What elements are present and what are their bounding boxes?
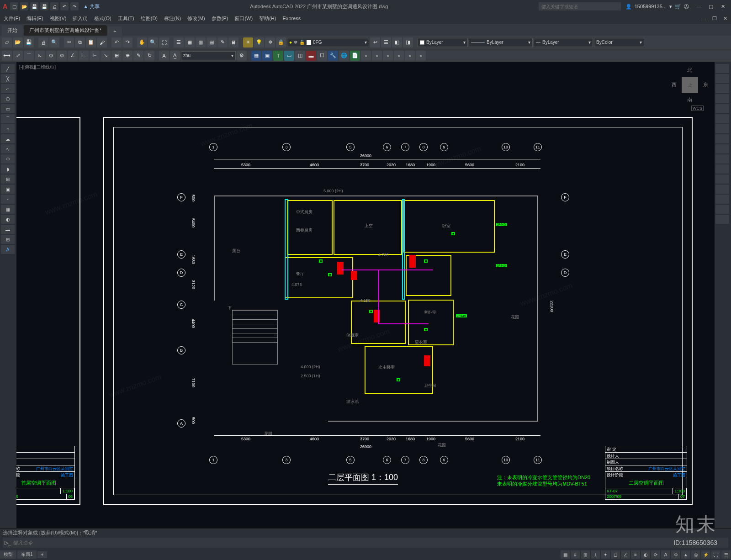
- lock-icon[interactable]: 🔒: [276, 37, 286, 48]
- express-block-button[interactable]: ▣: [262, 51, 272, 61]
- dimstyle-dropdown[interactable]: zhu▾: [181, 51, 236, 60]
- polar-toggle[interactable]: ✦: [601, 550, 610, 559]
- menu-file[interactable]: 文件(F): [4, 15, 20, 22]
- copy-obj-button[interactable]: [715, 74, 729, 83]
- circle-button[interactable]: ○: [1, 124, 15, 133]
- express-modify-button[interactable]: ▭: [284, 51, 294, 61]
- layer-prev-button[interactable]: ↩: [370, 37, 380, 48]
- dim-radius-button[interactable]: ⊙: [46, 51, 56, 61]
- ortho-toggle[interactable]: ⊥: [591, 550, 600, 559]
- doc-close-icon[interactable]: ✕: [723, 16, 727, 21]
- rectangle-button[interactable]: ▭: [1, 104, 15, 113]
- block-button[interactable]: ▣: [1, 185, 15, 194]
- dim-continue-button[interactable]: ⊢: [79, 51, 89, 61]
- preview-button[interactable]: 🔍: [49, 37, 59, 48]
- centermark-button[interactable]: ⊕: [122, 51, 132, 61]
- express-select-button[interactable]: ☐: [317, 51, 327, 61]
- arc-button[interactable]: ⌒: [1, 114, 15, 123]
- menu-parametric[interactable]: 参数(P): [212, 15, 228, 22]
- hatch-button[interactable]: ▦: [1, 205, 15, 214]
- undo-icon[interactable]: ↶: [60, 2, 69, 11]
- properties-button[interactable]: ☰: [174, 37, 184, 48]
- tab-drawing[interactable]: 广州市某别墅的空调通风设计图*: [24, 25, 107, 36]
- menu-dimension[interactable]: 标注(N): [164, 15, 181, 22]
- layer-off-button[interactable]: ◨: [403, 37, 413, 48]
- express-text-button[interactable]: T: [273, 51, 283, 61]
- express-misc5-button[interactable]: ▫: [405, 51, 415, 61]
- dim-update-button[interactable]: ↻: [144, 51, 154, 61]
- share-button[interactable]: ▲ 共享: [83, 3, 100, 10]
- fillet-button[interactable]: [715, 205, 729, 214]
- lineweight-dropdown[interactable]: —ByLayer▾: [534, 38, 593, 47]
- move-button[interactable]: [715, 114, 729, 123]
- dimstyle-button[interactable]: ⚙: [237, 51, 247, 61]
- erase-button[interactable]: [715, 64, 729, 73]
- viewcube-top[interactable]: 上: [682, 77, 698, 93]
- dim-baseline-button[interactable]: ⊩: [90, 51, 100, 61]
- express-misc1-button[interactable]: ▫: [361, 51, 371, 61]
- express-misc4-button[interactable]: ▫: [394, 51, 404, 61]
- osnap-toggle[interactable]: ◻: [611, 550, 620, 559]
- rotate-button[interactable]: [715, 124, 729, 133]
- express-draw-button[interactable]: ◫: [295, 51, 305, 61]
- cleanscreen-button[interactable]: ⛶: [711, 550, 720, 559]
- point-button[interactable]: ·: [1, 195, 15, 204]
- designcenter-button[interactable]: ▦: [185, 37, 195, 48]
- plotstyle-dropdown[interactable]: ByColor▾: [594, 38, 644, 47]
- menu-tools[interactable]: 工具(T): [118, 15, 134, 22]
- new-button[interactable]: ▱: [2, 37, 12, 48]
- chamfer-button[interactable]: [715, 195, 729, 204]
- tab-new[interactable]: +: [108, 26, 122, 36]
- drawing-canvas[interactable]: [-][俯视][二维线框] 北 南 东 西 上 WCS www.znzmo.co…: [16, 62, 731, 528]
- new-icon[interactable]: ▢: [10, 2, 18, 11]
- freeze-icon[interactable]: ❄: [265, 37, 275, 48]
- layer-iso-button[interactable]: ◧: [392, 37, 402, 48]
- user-menu[interactable]: 👤 1505999135... ▾ 🛒 Ⓐ: [625, 3, 689, 10]
- viewport-label[interactable]: [-][俯视][二维线框]: [19, 64, 56, 70]
- pan-button[interactable]: ✋: [137, 37, 147, 48]
- ellipse-button[interactable]: ⬭: [1, 154, 15, 164]
- line-button[interactable]: ╱: [1, 64, 15, 73]
- menu-modify[interactable]: 修改(M): [187, 15, 205, 22]
- express-misc6-button[interactable]: ▫: [416, 51, 426, 61]
- annomonitor-button[interactable]: ▲: [681, 550, 690, 559]
- saveas-icon[interactable]: 💾: [40, 2, 48, 11]
- app-icon[interactable]: Ⓐ: [684, 3, 689, 10]
- save-button[interactable]: 💾: [24, 37, 34, 48]
- pline-button[interactable]: ⌐: [1, 84, 15, 93]
- calc-button[interactable]: 🖩: [228, 37, 238, 48]
- layout-tab-model[interactable]: 模型: [0, 550, 16, 559]
- layer-state-button[interactable]: ☰: [381, 37, 391, 48]
- print-button[interactable]: 🖨: [38, 37, 48, 48]
- explode-button[interactable]: [715, 215, 729, 224]
- cut-button[interactable]: ✂: [64, 37, 74, 48]
- redo-button[interactable]: ↷: [122, 37, 132, 48]
- express-misc3-button[interactable]: ▫: [383, 51, 393, 61]
- polygon-button[interactable]: ⬠: [1, 94, 15, 103]
- dim-edit-button[interactable]: ✎: [133, 51, 143, 61]
- mtext-button[interactable]: A̲: [170, 51, 180, 61]
- annoscale-button[interactable]: A: [661, 550, 670, 559]
- revcloud-button[interactable]: ☁: [1, 134, 15, 143]
- scale-button[interactable]: [715, 134, 729, 143]
- doc-minimize-icon[interactable]: —: [701, 16, 706, 21]
- paste-button[interactable]: 📋: [86, 37, 96, 48]
- table-button[interactable]: ⊞: [1, 235, 15, 244]
- cart-icon[interactable]: 🛒: [675, 4, 681, 10]
- wcs-label[interactable]: WCS: [691, 106, 704, 111]
- express-misc2-button[interactable]: ▫: [372, 51, 382, 61]
- extend-button[interactable]: [715, 164, 729, 174]
- insert-button[interactable]: ⊞: [1, 174, 15, 184]
- spline-button[interactable]: ∿: [1, 144, 15, 153]
- ellipsearc-button[interactable]: ◗: [1, 164, 15, 174]
- dim-diameter-button[interactable]: ⊘: [57, 51, 67, 61]
- express-file-button[interactable]: 📄: [350, 51, 360, 61]
- open-button[interactable]: 📂: [13, 37, 23, 48]
- otrack-toggle[interactable]: ∠: [621, 550, 630, 559]
- break-button[interactable]: [715, 174, 729, 184]
- markup-button[interactable]: ✎: [217, 37, 228, 48]
- menu-insert[interactable]: 插入(I): [73, 15, 87, 22]
- dim-ordinate-button[interactable]: ⊾: [35, 51, 45, 61]
- minimize-icon[interactable]: —: [694, 2, 705, 11]
- save-icon[interactable]: 💾: [30, 2, 38, 11]
